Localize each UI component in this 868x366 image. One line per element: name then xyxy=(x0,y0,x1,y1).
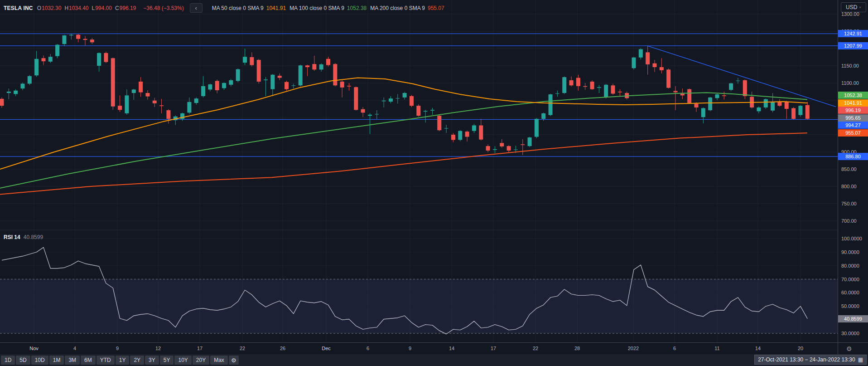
candle-body xyxy=(0,99,4,106)
ma-legend-item[interactable]: MA 100 close 0 SMA 91052.38 xyxy=(289,5,366,11)
currency-dropdown[interactable]: USD ˅ xyxy=(841,2,866,12)
candle-body xyxy=(389,98,393,102)
candle-body xyxy=(694,104,699,107)
candle-body xyxy=(798,106,802,115)
trendline xyxy=(648,46,836,107)
candle-body xyxy=(305,65,309,67)
ma50-line xyxy=(0,78,807,169)
candle-body xyxy=(660,67,664,70)
time-axis[interactable]: Nov4912172226Dec691417222820226111420 xyxy=(0,342,838,355)
candle-body xyxy=(722,95,726,96)
price-axis[interactable]: USD ˅ 1300.001250.001150.001100.00900.00… xyxy=(838,0,868,342)
range-button-3m[interactable]: 3M xyxy=(65,356,80,365)
axis-settings-corner: ⚙ xyxy=(838,342,868,354)
time-tick: 28 xyxy=(567,346,587,351)
candle-body xyxy=(278,76,282,78)
rsi-tick: 80.0000 xyxy=(841,263,859,268)
candle-body xyxy=(55,45,59,56)
rsi-legend: RSI 14 40.8599 xyxy=(4,234,43,240)
candle-body xyxy=(20,84,24,89)
range-button-5d[interactable]: 5D xyxy=(16,356,30,365)
candle-body xyxy=(326,59,330,65)
candlestick-chart[interactable] xyxy=(0,0,838,342)
candle-body xyxy=(576,78,580,86)
candle-body xyxy=(771,102,775,111)
rsi-value-label: 40.8599 xyxy=(838,315,868,322)
candle-body xyxy=(208,84,212,89)
rsi-tick: 100.0000 xyxy=(841,236,862,241)
range-button-1d[interactable]: 1D xyxy=(1,356,15,365)
chart-settings-gear-icon[interactable]: ⚙ xyxy=(229,356,239,365)
range-button-1m[interactable]: 1M xyxy=(49,356,64,365)
candle-body xyxy=(382,101,386,102)
candle-body xyxy=(285,82,289,89)
candle-body xyxy=(368,115,372,116)
chart-area[interactable]: TESLA INC O1032.30H1034.40L994.00C996.19… xyxy=(0,0,838,342)
candle-body xyxy=(555,93,559,94)
candle-body xyxy=(583,86,587,87)
range-button-ytd[interactable]: YTD xyxy=(96,356,115,365)
axis-settings-gear-icon[interactable]: ⚙ xyxy=(846,345,852,352)
candle-body xyxy=(757,107,761,111)
candle-body xyxy=(680,94,685,96)
time-tick: 9 xyxy=(107,346,127,351)
rsi-current-value: 40.8599 xyxy=(24,234,43,240)
calendar-icon: ▦ xyxy=(858,356,863,363)
candle-body xyxy=(410,96,414,106)
candle-body xyxy=(83,39,87,40)
candle-body xyxy=(125,95,129,113)
symbol-title: TESLA INC xyxy=(4,5,33,11)
candle-body xyxy=(97,53,101,66)
candle-body xyxy=(159,105,164,106)
candle-body xyxy=(618,92,622,93)
range-button-20y[interactable]: 20Y xyxy=(193,356,209,365)
candle-body xyxy=(785,102,789,109)
candle-body xyxy=(270,75,275,89)
candle-body xyxy=(430,110,434,111)
candle-body xyxy=(236,69,240,81)
time-tick: 12 xyxy=(148,346,168,351)
range-button-10y[interactable]: 10Y xyxy=(174,356,191,365)
candle-body xyxy=(507,146,511,151)
candle-body xyxy=(701,108,705,117)
candle-body xyxy=(611,85,615,93)
range-toolbar: 1D5D10D1M3M6MYTD1Y2Y3Y5Y10Y20YMax⚙ xyxy=(0,354,868,366)
time-tick: Nov xyxy=(24,346,44,351)
candle-body xyxy=(291,85,295,86)
candle-body xyxy=(715,94,719,98)
time-tick: 14 xyxy=(442,346,462,351)
candle-body xyxy=(395,98,400,98)
candle-body xyxy=(166,110,170,119)
price-level-label: 995.65 xyxy=(838,114,868,122)
candle-body xyxy=(632,58,636,68)
range-button-6m[interactable]: 6M xyxy=(81,356,96,365)
candle-body xyxy=(333,64,337,85)
range-button-2y[interactable]: 2Y xyxy=(130,356,144,365)
price-level-label: 955.07 xyxy=(838,129,868,137)
range-button-1y[interactable]: 1Y xyxy=(116,356,130,365)
candle-body xyxy=(28,76,32,84)
candle-body xyxy=(500,143,504,146)
candle-body xyxy=(549,94,553,115)
candle-body xyxy=(708,98,712,110)
candle-body xyxy=(666,69,670,88)
candle-body xyxy=(299,65,303,85)
range-button-3y[interactable]: 3Y xyxy=(145,356,159,365)
ohlc-values: O1032.30H1034.40L994.00C996.19 xyxy=(37,5,140,11)
candle-body xyxy=(194,98,198,103)
candle-body xyxy=(153,101,157,103)
range-button-max[interactable]: Max xyxy=(210,356,228,365)
price-tick: 1100.00 xyxy=(841,80,859,86)
range-button-5y[interactable]: 5Y xyxy=(160,356,174,365)
change-value: −36.48 (−3.53%) xyxy=(143,5,183,11)
currency-label: USD xyxy=(846,4,857,10)
ma-legend-item[interactable]: MA 200 close 0 SMA 9955.07 xyxy=(370,5,444,11)
ma-legend-item[interactable]: MA 50 close 0 SMA 91041.91 xyxy=(212,5,286,11)
rsi-tick: 50.0000 xyxy=(841,303,859,309)
legend-collapse-button[interactable]: ‹ xyxy=(190,3,203,13)
date-range-box[interactable]: 27-Oct-2021 13:30 − 24-Jan-2022 13:30 ▦ xyxy=(754,355,867,365)
candle-body xyxy=(118,106,122,110)
candle-body xyxy=(257,60,261,82)
price-tick: 700.00 xyxy=(841,218,857,224)
range-button-10d[interactable]: 10D xyxy=(31,356,48,365)
